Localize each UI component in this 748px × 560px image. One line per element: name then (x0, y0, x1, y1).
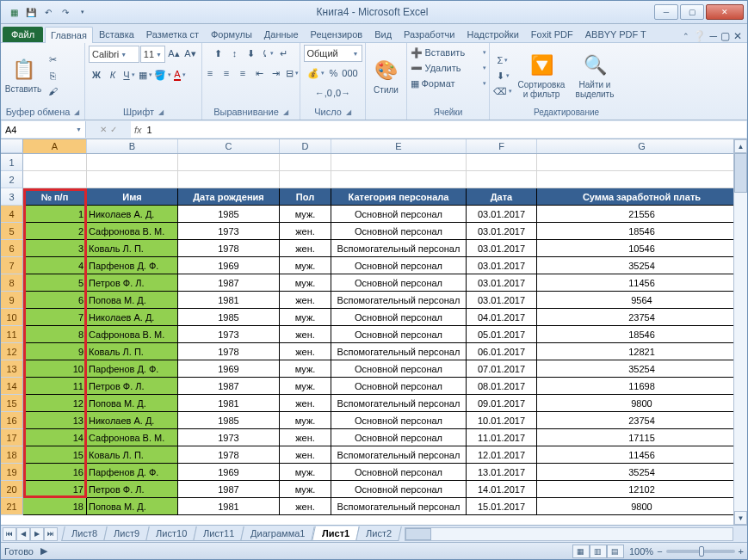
cell-sex[interactable]: жен. (280, 223, 331, 240)
cell-dob[interactable]: 1987 (178, 481, 280, 498)
cell-dob[interactable]: 1978 (178, 446, 280, 464)
name-box[interactable]: A4▼ (2, 121, 86, 138)
page-break-view-icon[interactable]: ▤ (607, 545, 624, 558)
autosum-icon[interactable]: Σ▾ (493, 52, 512, 68)
row-header[interactable]: 15 (1, 395, 23, 412)
zoom-thumb[interactable] (699, 546, 704, 557)
cell-number[interactable]: 11 (23, 378, 87, 395)
qat-customize-icon[interactable]: ▾ (75, 4, 90, 20)
styles-button[interactable]: 🎨 Стили (369, 47, 403, 104)
italic-icon[interactable]: К (105, 67, 121, 83)
cell-dob[interactable]: 1978 (178, 240, 280, 257)
cell-name[interactable]: Сафронова В. М. (87, 223, 178, 240)
cell-sex[interactable]: жен. (280, 429, 331, 446)
row-header[interactable]: 7 (1, 257, 23, 274)
col-header-G[interactable]: G (537, 139, 747, 153)
cell-name[interactable]: Попова М. Д. (87, 498, 178, 515)
cell-sum[interactable]: 17115 (537, 429, 747, 446)
percent-icon[interactable]: % (325, 65, 341, 81)
cell-cat[interactable]: Вспомогательный персонал (331, 343, 467, 360)
cell-cat[interactable]: Вспомогательный персонал (331, 240, 467, 257)
cell-date[interactable]: 13.01.2017 (467, 464, 537, 481)
decrease-decimal-icon[interactable]: ,0→ (333, 85, 350, 101)
cell-sex[interactable]: жен. (280, 326, 331, 343)
cell-dob[interactable]: 1969 (178, 360, 280, 378)
cell-cat[interactable]: Вспомогательный персонал (331, 498, 467, 515)
font-color-icon[interactable]: A▾ (172, 67, 188, 83)
cell-name[interactable]: Петров Ф. Л. (87, 274, 178, 292)
cell[interactable] (178, 154, 280, 171)
cell-number[interactable]: 6 (23, 292, 87, 309)
cell-sex[interactable]: муж. (280, 481, 331, 498)
cell-date[interactable]: 03.01.2017 (467, 223, 537, 240)
align-bottom-icon[interactable]: ⬇ (244, 46, 259, 61)
row-header[interactable]: 19 (1, 464, 23, 481)
maximize-button[interactable]: ▢ (680, 4, 704, 20)
bold-icon[interactable]: Ж (89, 67, 104, 83)
cell-sum[interactable]: 35254 (537, 464, 747, 481)
cell-date[interactable]: 03.01.2017 (467, 240, 537, 257)
cell-name[interactable]: Петров Ф. Л. (87, 481, 178, 498)
format-painter-icon[interactable]: 🖌 (45, 83, 60, 99)
table-header[interactable]: Категория персонала (331, 188, 467, 206)
cell-dob[interactable]: 1978 (178, 343, 280, 360)
doc-min-icon[interactable]: ─ (709, 30, 717, 42)
table-header[interactable]: Имя (87, 188, 178, 206)
shrink-font-icon[interactable]: A▾ (182, 46, 198, 61)
minimize-ribbon-icon[interactable]: ⌃ (683, 32, 689, 40)
zoom-slider[interactable] (666, 550, 735, 553)
cell-dob[interactable]: 1981 (178, 395, 280, 412)
row-header[interactable]: 9 (1, 292, 23, 309)
sheet-tab[interactable]: Лист8 (61, 526, 108, 541)
table-header[interactable]: Сумма заработной плать (537, 188, 747, 206)
cell-cat[interactable]: Основной персонал (331, 429, 467, 446)
cell-sex[interactable]: муж. (280, 464, 331, 481)
cell-name[interactable]: Коваль Л. П. (87, 240, 178, 257)
row-header[interactable]: 1 (1, 154, 23, 171)
cell-number[interactable]: 10 (23, 360, 87, 378)
col-header-A[interactable]: A (23, 139, 87, 153)
cell-sum[interactable]: 11456 (537, 274, 747, 292)
row-header[interactable]: 5 (1, 223, 23, 240)
dialog-launcher-icon[interactable]: ◢ (158, 108, 164, 116)
close-button[interactable]: ✕ (706, 4, 744, 20)
copy-icon[interactable]: ⎘ (45, 68, 60, 83)
cell-sex[interactable]: муж. (280, 378, 331, 395)
sheet-tab[interactable]: Лист9 (103, 526, 150, 541)
col-header-C[interactable]: C (178, 139, 280, 153)
cell-sum[interactable]: 12102 (537, 481, 747, 498)
find-select-button[interactable]: 🔍 Найти и выделить (571, 47, 619, 104)
cell-sum[interactable]: 10546 (537, 240, 747, 257)
cell-number[interactable]: 13 (23, 412, 87, 429)
scroll-up-icon[interactable]: ▲ (734, 139, 747, 153)
cell-dob[interactable]: 1973 (178, 223, 280, 240)
cell-date[interactable]: 05.01.2017 (467, 326, 537, 343)
cell-sex[interactable]: муж. (280, 206, 331, 223)
worksheet-grid[interactable]: A B C D E F G 123№ п/пИмяДата рожденияПо… (1, 139, 747, 525)
row-header[interactable]: 21 (1, 498, 23, 515)
tab-review[interactable]: Рецензиров (305, 26, 369, 42)
cell-date[interactable]: 03.01.2017 (467, 274, 537, 292)
doc-close-icon[interactable]: ✕ (733, 30, 742, 42)
row-header[interactable]: 14 (1, 378, 23, 395)
cell-dob[interactable]: 1973 (178, 429, 280, 446)
cell-name[interactable]: Петров Ф. Л. (87, 378, 178, 395)
cell[interactable] (467, 154, 537, 171)
font-size-combo[interactable]: 11▼ (140, 46, 165, 63)
cell[interactable] (331, 171, 467, 188)
row-header[interactable]: 10 (1, 309, 23, 326)
cell-name[interactable]: Николаев А. Д. (87, 206, 178, 223)
cell-sex[interactable]: жен. (280, 240, 331, 257)
cell-dob[interactable]: 1969 (178, 257, 280, 274)
fill-icon[interactable]: ⬇▾ (493, 68, 512, 83)
tab-home[interactable]: Главная (45, 27, 93, 43)
cell-sum[interactable]: 18546 (537, 326, 747, 343)
cell-number[interactable]: 15 (23, 446, 87, 464)
cell-sex[interactable]: муж. (280, 274, 331, 292)
row-header[interactable]: 6 (1, 240, 23, 257)
wrap-text-icon[interactable]: ↵ (276, 46, 292, 61)
row-header[interactable]: 4 (1, 206, 23, 223)
align-center-icon[interactable]: ≡ (219, 65, 234, 81)
cell-dob[interactable]: 1981 (178, 292, 280, 309)
cell-dob[interactable]: 1969 (178, 464, 280, 481)
